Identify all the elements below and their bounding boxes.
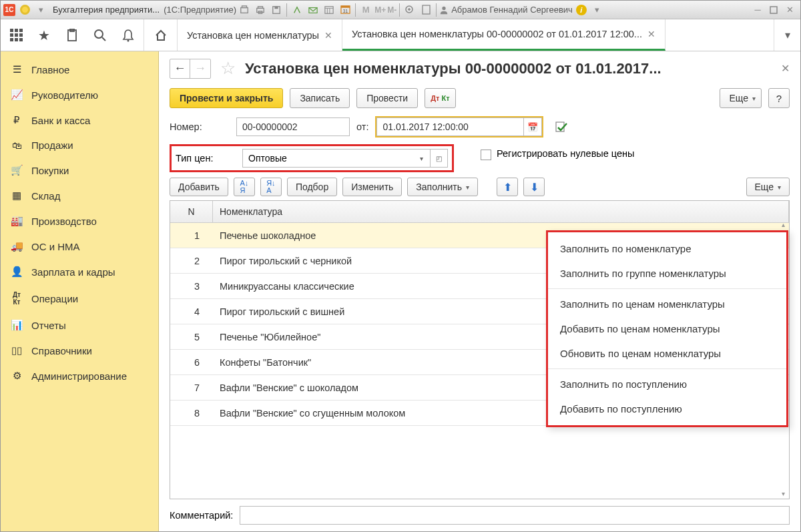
calendar-button-icon[interactable]: 📅 (523, 117, 542, 136)
separator (286, 3, 287, 17)
debit-credit-button[interactable]: Дт Кт (425, 88, 455, 108)
apps-icon[interactable] (6, 25, 26, 45)
favorite-star-icon[interactable]: ☆ (220, 58, 236, 79)
m-minus-button[interactable]: M- (387, 3, 396, 17)
person-icon: 👤 (10, 266, 23, 278)
sidebar-item-sales[interactable]: 🛍Продажи (1, 133, 158, 158)
zoom-in-icon[interactable] (403, 3, 417, 17)
search-icon[interactable] (90, 25, 110, 45)
scroll-up-icon[interactable]: ▴ (782, 221, 785, 228)
sidebar-item-bank[interactable]: ₽Банк и касса (1, 107, 158, 133)
toolbar-right: Установка цен номенклатуры ✕ Установка ц… (144, 19, 800, 51)
info-icon[interactable]: i (576, 5, 587, 15)
yellow-circle-icon[interactable] (20, 5, 30, 15)
dd-add-by-receipt[interactable]: Добавить по поступлению (548, 396, 786, 421)
calendar-icon[interactable] (322, 3, 336, 17)
add-button[interactable]: Добавить (170, 178, 228, 196)
close-icon[interactable]: ✕ (647, 29, 655, 39)
close-icon[interactable]: ✕ (324, 30, 332, 41)
sidebar-item-production[interactable]: 🏭Производство (1, 208, 158, 234)
bell-icon[interactable] (118, 25, 138, 45)
sidebar-item-label: Производство (31, 216, 97, 227)
sidebar-item-label: ОС и НМА (31, 241, 80, 252)
send-icon[interactable] (306, 3, 320, 17)
number-input[interactable]: 00-00000002 (236, 117, 350, 136)
nav-forward-icon[interactable]: → (190, 59, 210, 78)
sidebar-item-reports[interactable]: 📊Отчеты (1, 312, 158, 338)
col-name[interactable]: Номенклатура (213, 201, 789, 222)
close-icon[interactable]: ✕ (782, 3, 797, 17)
home-icon[interactable] (144, 19, 178, 51)
save-button[interactable]: Записать (290, 88, 350, 108)
tabs-more-icon[interactable]: ▾ (774, 19, 800, 51)
save-file-icon[interactable] (269, 3, 284, 17)
separator (399, 3, 400, 17)
help-button[interactable]: ? (768, 88, 790, 108)
svg-line-24 (102, 37, 105, 41)
svg-text:31: 31 (342, 9, 348, 13)
doc-header: ← → ☆ Установка цен номенклатуры 00-0000… (170, 58, 790, 79)
minimize-icon[interactable]: ─ (750, 3, 765, 17)
sidebar-item-label: Операции (31, 293, 78, 304)
col-n[interactable]: N (170, 201, 213, 222)
dd-fill-by-prices[interactable]: Заполнить по ценам номенклатуры (548, 292, 786, 316)
dd-fill-by-item[interactable]: Заполнить по номенклатуре (548, 236, 786, 261)
sidebar-item-main[interactable]: ☰Главное (1, 57, 158, 82)
m-plus-button[interactable]: M+ (374, 3, 386, 17)
move-up-button[interactable]: ⬆ (497, 178, 518, 196)
clipboard-icon[interactable] (62, 25, 82, 45)
dd-update-by-prices[interactable]: Обновить по ценам номенклатуры (548, 341, 786, 366)
reg-zero-checkbox[interactable] (481, 150, 491, 160)
dropdown-icon[interactable]: ▾ (33, 3, 48, 17)
move-down-button[interactable]: ⬇ (523, 178, 545, 196)
close-icon[interactable]: ✕ (781, 62, 790, 75)
number-label: Номер: (170, 121, 230, 132)
sort-desc-button[interactable]: Я↓А (260, 178, 282, 196)
main-area: ← → ☆ Установка цен номенклатуры 00-0000… (159, 51, 800, 531)
truck-icon: 🚚 (10, 240, 23, 252)
maximize-icon[interactable] (766, 3, 781, 17)
sort-asc-button[interactable]: А↓Я (234, 178, 255, 196)
price-type-input[interactable]: Оптовые (242, 149, 413, 168)
sidebar-item-manager[interactable]: 📈Руководителю (1, 82, 158, 107)
more-button[interactable]: Еще▾ (720, 88, 762, 108)
scroll-down-icon[interactable]: ▾ (782, 490, 785, 497)
open-icon[interactable]: ◰ (431, 149, 448, 168)
document-icon[interactable] (419, 3, 433, 17)
star-icon[interactable]: ★ (34, 25, 54, 45)
sidebar-item-references[interactable]: ▯▯Справочники (1, 338, 158, 363)
m-button[interactable]: M (358, 3, 373, 17)
sidebar-item-admin[interactable]: ⚙Администрирование (1, 363, 158, 388)
info-dropdown-icon[interactable]: ▾ (590, 3, 605, 17)
print-icon[interactable] (253, 3, 268, 17)
print-preview-icon[interactable] (237, 3, 252, 17)
sidebar-item-label: Справочники (31, 345, 92, 356)
compare-icon[interactable] (290, 3, 304, 17)
fill-button[interactable]: Заполнить▾ (407, 178, 478, 196)
table-more-button[interactable]: Еще▾ (746, 178, 790, 196)
comment-input[interactable] (240, 506, 790, 525)
svg-rect-6 (275, 6, 278, 9)
dd-fill-by-receipt[interactable]: Заполнить по поступлению (548, 372, 786, 396)
sidebar-item-warehouse[interactable]: ▦Склад (1, 183, 158, 208)
dd-fill-by-group[interactable]: Заполнить по группе номенклатуры (548, 261, 786, 286)
sidebar-item-assets[interactable]: 🚚ОС и НМА (1, 234, 158, 259)
tab-price-doc[interactable]: Установка цен номенклатуры 00-00000002 о… (342, 19, 665, 51)
dd-add-by-prices[interactable]: Добавить по ценам номенклатуры (548, 316, 786, 341)
sidebar-item-operations[interactable]: ДтКтОперации (1, 284, 158, 312)
sidebar-item-label: Отчеты (31, 320, 66, 331)
sidebar-item-purchases[interactable]: 🛒Покупки (1, 158, 158, 183)
sidebar-item-label: Покупки (31, 165, 69, 176)
sidebar-item-label: Банк и касса (31, 115, 90, 126)
post-and-close-button[interactable]: Провести и закрыть (170, 88, 283, 108)
boxes-icon: ▦ (10, 190, 23, 202)
dropdown-icon[interactable]: ▾ (413, 149, 431, 168)
post-button[interactable]: Провести (356, 88, 418, 108)
select-button[interactable]: Подбор (287, 178, 337, 196)
calendar31-icon[interactable]: 31 (338, 3, 352, 17)
sidebar-item-salary[interactable]: 👤Зарплата и кадры (1, 259, 158, 284)
nav-back-icon[interactable]: ← (170, 59, 190, 78)
change-button[interactable]: Изменить (342, 178, 402, 196)
tab-price-list[interactable]: Установка цен номенклатуры ✕ (178, 19, 342, 51)
date-input[interactable]: 01.01.2017 12:00:00 (376, 117, 523, 136)
